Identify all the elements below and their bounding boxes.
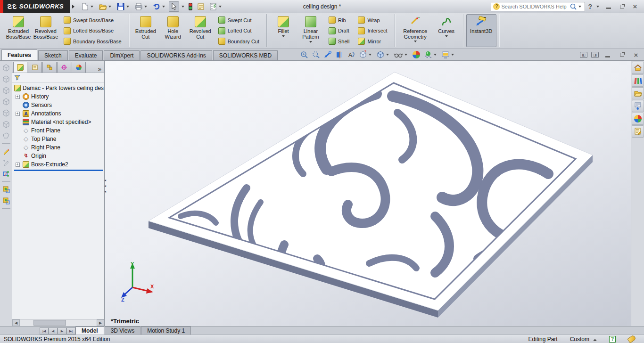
extruded-cut-button[interactable]: Extruded Cut [132, 14, 159, 47]
fillet-button[interactable]: Fillet [270, 14, 297, 47]
units-selector[interactable]: Custom [570, 336, 597, 343]
tree-item-top-plane[interactable]: Top Plane [14, 135, 104, 143]
3d-views-tab[interactable]: 3D Views [105, 327, 140, 335]
select-dropdown-caret[interactable] [182, 6, 184, 8]
displaymanager-tab[interactable] [72, 62, 86, 73]
previous-tab-button[interactable]: ◀ [49, 327, 58, 335]
reference-geometry-button[interactable]: Reference Geometry [398, 14, 433, 47]
search-dropdown-caret[interactable] [578, 6, 581, 8]
revolved-cut-button[interactable]: Revolved Cut [187, 14, 214, 47]
fillet-dropdown-caret[interactable] [282, 35, 285, 37]
view-cube-button-6[interactable] [1, 119, 11, 130]
save-button[interactable] [115, 1, 132, 12]
help-dropdown-caret[interactable] [596, 6, 599, 8]
undo-button[interactable] [151, 1, 168, 12]
curves-button[interactable]: Curves [433, 14, 460, 47]
tree-root[interactable]: Damac - Park towers ceiling des [14, 84, 104, 92]
sketch-button[interactable] [1, 146, 11, 156]
boundary-cut-button[interactable]: Boundary Cut [216, 36, 262, 46]
custom-properties-button[interactable] [632, 125, 644, 138]
tree-item-boss-extrude2[interactable]: Boss-Extrude2 [14, 160, 104, 169]
dimxpertmanager-tab[interactable] [57, 62, 71, 73]
collapse-left-pane-icon[interactable]: ◧ [580, 52, 587, 58]
mirror-button[interactable]: Mirror [355, 36, 389, 46]
curves-dropdown-caret[interactable] [445, 35, 448, 37]
tab-solidworks-mbd[interactable]: SOLIDWORKS MBD [213, 50, 278, 60]
close-button[interactable]: × [630, 2, 640, 11]
boundary-boss-base-button[interactable]: Boundary Boss/Base [61, 36, 124, 46]
ceiling-design-model[interactable] [105, 61, 631, 326]
swept-cut-button[interactable]: Swept Cut [216, 15, 262, 25]
more-tabs-button[interactable]: » [98, 65, 101, 73]
boss-feature-button-2[interactable] [1, 196, 11, 206]
revolved-boss-base-button[interactable]: Revolved Boss/Base [32, 14, 59, 47]
convert-entities-button[interactable] [1, 169, 11, 179]
view-cube-button-7[interactable] [1, 131, 11, 141]
dropdown-caret[interactable] [126, 6, 129, 8]
apply-scene-button[interactable] [422, 50, 439, 59]
rebuild-button[interactable] [187, 1, 194, 12]
doc-minimize-button[interactable] [603, 50, 613, 59]
lofted-boss-base-button[interactable]: Lofted Boss/Base [61, 26, 124, 36]
edit-appearance-button[interactable] [411, 50, 422, 59]
file-properties-button[interactable] [195, 1, 206, 12]
last-tab-button[interactable]: ▶| [66, 327, 75, 335]
open-button[interactable] [97, 1, 114, 12]
tree-item-annotations[interactable]: Annotations [14, 109, 104, 118]
search-input[interactable] [501, 4, 570, 9]
search-icon[interactable] [570, 3, 577, 10]
print-button[interactable] [133, 1, 150, 12]
dropdown-caret[interactable] [91, 6, 93, 8]
model-tab[interactable]: Model [75, 327, 104, 335]
first-tab-button[interactable]: |◀ [40, 327, 49, 335]
quick-tip-icon[interactable]: ? [609, 336, 616, 343]
view-cube-button-5[interactable] [1, 108, 11, 118]
motion-study-tab[interactable]: Motion Study 1 [141, 327, 191, 335]
home-button[interactable] [632, 62, 644, 74]
tab-sketch[interactable]: Sketch [38, 50, 68, 60]
view-palette-button[interactable] [632, 100, 644, 112]
scroll-right-icon[interactable]: ▶ [97, 319, 104, 326]
display-style-caret[interactable] [386, 54, 389, 56]
linear-pattern-dropdown-caret[interactable] [309, 41, 312, 43]
display-style-button[interactable] [375, 50, 392, 59]
tab-solidworks-add-ins[interactable]: SOLIDWORKS Add-Ins [140, 50, 212, 60]
extruded-boss-base-button[interactable]: Extruded Boss/Base [5, 14, 32, 47]
expand-icon[interactable] [16, 95, 20, 99]
reference-geometry-dropdown-caret[interactable] [414, 41, 417, 42]
wrap-button[interactable]: Wrap [355, 15, 389, 25]
tree-item-origin[interactable]: Origin [14, 152, 104, 160]
boss-feature-button-1[interactable] [1, 184, 11, 195]
zoom-to-area-button[interactable] [310, 50, 322, 59]
rib-button[interactable]: Rib [326, 15, 352, 25]
help-search-box[interactable]: ? [491, 2, 585, 11]
propertymanager-tab[interactable] [28, 62, 42, 73]
hide-show-caret[interactable] [405, 54, 407, 56]
doc-restore-button[interactable] [617, 50, 627, 59]
options-button[interactable] [207, 1, 224, 12]
appearances-scenes-button[interactable] [632, 113, 644, 125]
scroll-track[interactable] [20, 319, 97, 326]
dropdown-caret[interactable] [144, 6, 147, 8]
tree-horizontal-scrollbar[interactable]: ◀ ▶ [12, 319, 104, 326]
draft-button[interactable]: Draft [326, 26, 352, 36]
minimize-button[interactable] [603, 2, 614, 11]
next-tab-button[interactable]: ▶ [58, 327, 66, 335]
swept-boss-base-button[interactable]: Swept Boss/Base [61, 15, 124, 25]
collapse-right-pane-icon[interactable]: ◨ [591, 52, 599, 58]
zoom-to-fit-button[interactable] [298, 50, 310, 59]
tree-item-right-plane[interactable]: Right Plane [14, 143, 104, 152]
section-view-button[interactable] [334, 50, 345, 59]
3d-sketch-button[interactable] [1, 157, 11, 168]
configurationmanager-tab[interactable] [42, 62, 57, 73]
view-cube-button-2[interactable] [1, 74, 11, 84]
view-settings-button[interactable] [440, 50, 457, 59]
tag-icon[interactable] [627, 335, 636, 343]
dropdown-caret[interactable] [219, 6, 222, 8]
scroll-thumb[interactable] [33, 320, 66, 326]
tree-filter-row[interactable] [12, 73, 104, 82]
instant3d-button[interactable]: Instant3D [466, 14, 496, 47]
tab-dimxpert[interactable]: DimXpert [104, 50, 140, 60]
new-document-button[interactable] [79, 1, 96, 12]
graphics-viewport[interactable]: Y X Z *Trimetric [105, 61, 631, 326]
